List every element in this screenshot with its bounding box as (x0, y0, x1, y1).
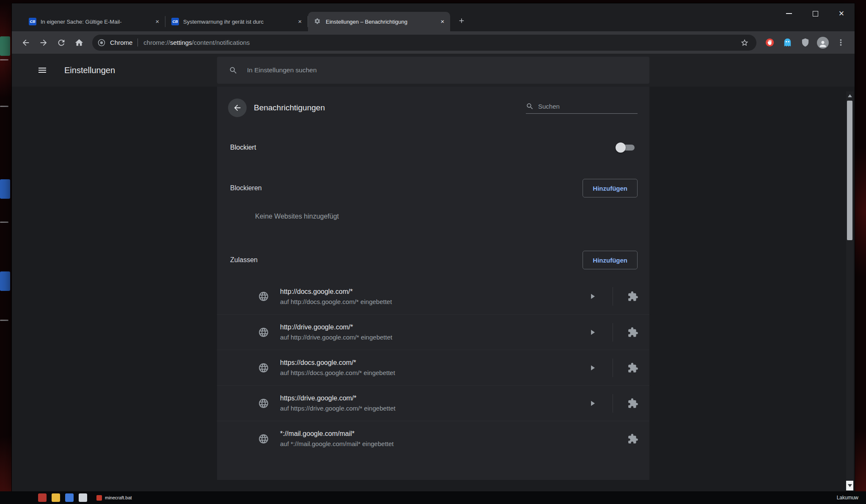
site-url: *://mail.google.com/mail* (280, 430, 393, 438)
allow-section-label: Zulassen (230, 256, 258, 264)
back-arrow-icon (21, 38, 30, 47)
desktop-background: CB In eigener Sache: Gültige E-Mail- × C… (0, 0, 866, 504)
tab-close-button[interactable]: × (153, 17, 162, 26)
browser-toolbar: Chrome chrome://settings/content/notific… (12, 31, 855, 54)
tab-systemwarnung[interactable]: CB Systemwarnung ihr gerät ist durc × (165, 12, 308, 31)
page-back-button[interactable] (228, 99, 247, 117)
address-bar[interactable]: Chrome chrome://settings/content/notific… (92, 35, 756, 51)
taskbar-folder-icon[interactable] (52, 493, 60, 502)
row-divider (613, 287, 613, 306)
globe-icon (258, 327, 269, 338)
site-row[interactable]: https://drive.google.com/* auf https://d… (217, 385, 649, 421)
empty-state-text: Keine Websites hinzugefügt (217, 207, 649, 226)
globe-icon (258, 433, 269, 444)
blocked-toggle[interactable] (616, 144, 636, 151)
tab-strip: CB In eigener Sache: Gültige E-Mail- × C… (12, 3, 855, 31)
adblocker-icon (765, 38, 775, 47)
cb-favicon: CB (29, 18, 36, 25)
omnibox-url: chrome://settings/content/notifications (143, 39, 250, 46)
taskbar-item-label: minecraft.bat (105, 495, 132, 500)
adblocker-extension-button[interactable] (761, 34, 778, 52)
site-row[interactable]: *://mail.google.com/mail* auf *://mail.g… (217, 421, 649, 456)
profile-avatar-button[interactable] (814, 34, 832, 52)
settings-content: Benachrichtigungen Blockiert Blockieren (12, 87, 855, 491)
ghostery-extension-button[interactable] (778, 34, 796, 52)
extension-puzzle-icon (627, 398, 638, 409)
reload-icon (57, 38, 66, 47)
taskbar-icon[interactable] (38, 493, 47, 502)
desktop-icon-fragment (0, 271, 10, 291)
settings-menu-button[interactable] (33, 61, 52, 79)
browser-menu-button[interactable] (832, 34, 850, 52)
taskbar-icon[interactable] (79, 493, 87, 502)
plus-icon (458, 17, 465, 25)
tabs-container: CB In eigener Sache: Gültige E-Mail- × C… (23, 12, 468, 31)
arrow-left-icon (233, 103, 242, 112)
expand-arrow-icon[interactable] (591, 365, 595, 370)
shield-icon (800, 38, 810, 47)
settings-title: Einstellungen (64, 66, 115, 75)
extension-puzzle-icon (627, 327, 638, 338)
shield-extension-button[interactable] (796, 34, 814, 52)
site-row[interactable]: http://docs.google.com/* auf http://docs… (217, 279, 649, 314)
scroll-up-button[interactable] (846, 91, 853, 100)
reload-button[interactable] (52, 34, 70, 52)
site-embedded-note: auf http://drive.google.com/* eingebette… (280, 334, 392, 341)
scroll-down-button[interactable] (846, 481, 853, 490)
expand-arrow-icon[interactable] (591, 401, 595, 406)
row-actions (591, 359, 638, 377)
desktop-icon-fragment (0, 59, 8, 60)
avatar (817, 37, 829, 49)
extension-puzzle-icon (627, 291, 638, 302)
omnibox-brand-label: Chrome (110, 39, 132, 46)
extension-puzzle-icon (627, 362, 638, 373)
site-search-input[interactable] (538, 103, 638, 110)
window-close-button[interactable]: × (828, 3, 855, 24)
site-text: https://docs.google.com/* auf https://do… (280, 359, 395, 376)
scrollbar[interactable] (846, 91, 853, 490)
tab-close-button[interactable]: × (296, 17, 304, 26)
bookmark-star-button[interactable] (738, 36, 751, 49)
site-text: *://mail.google.com/mail* auf *://mail.g… (280, 430, 393, 447)
forward-button[interactable] (35, 34, 52, 52)
taskbar-item[interactable]: minecraft.bat (96, 495, 132, 501)
tab-settings-notifications[interactable]: Einstellungen – Benachrichtigung × (308, 12, 450, 31)
globe-icon (258, 398, 269, 409)
site-search-field[interactable] (526, 102, 638, 114)
desktop-icon-fragment (0, 106, 8, 107)
row-actions (591, 323, 638, 342)
home-button[interactable] (70, 34, 88, 52)
add-allow-button[interactable]: Hinzufügen (583, 251, 638, 269)
scrollbar-thumb[interactable] (847, 101, 852, 240)
expand-arrow-icon[interactable] (591, 330, 595, 335)
block-section-label: Blockieren (230, 184, 262, 192)
tab-close-button[interactable]: × (438, 17, 447, 26)
site-text: https://drive.google.com/* auf https://d… (280, 394, 396, 412)
desktop-icon-fragment (0, 36, 10, 56)
tab-email-article[interactable]: CB In eigener Sache: Gültige E-Mail- × (23, 12, 165, 31)
back-button[interactable] (17, 34, 35, 52)
cb-favicon: CB (171, 18, 179, 25)
star-icon (740, 38, 749, 47)
site-url: http://drive.google.com/* (280, 323, 392, 331)
settings-search-field[interactable] (217, 57, 649, 84)
kebab-menu-icon (836, 38, 846, 47)
row-actions (627, 433, 638, 444)
desktop-icon-fragment (0, 222, 8, 223)
minimize-button[interactable] (776, 3, 802, 24)
allowed-sites-list: http://docs.google.com/* auf http://docs… (217, 279, 649, 456)
tab-title: Einstellungen – Benachrichtigung (326, 19, 436, 25)
maximize-button[interactable] (802, 3, 828, 24)
add-block-button[interactable]: Hinzufügen (583, 179, 638, 197)
taskbar-icon[interactable] (65, 493, 74, 502)
new-tab-button[interactable] (455, 15, 468, 27)
row-actions (591, 287, 638, 306)
taskbar-right-label[interactable]: Lakumuw (837, 495, 858, 501)
site-embedded-note: auf *://mail.google.com/mail* eingebette… (280, 440, 393, 447)
site-row[interactable]: http://drive.google.com/* auf http://dri… (217, 314, 649, 350)
toggle-knob (616, 142, 626, 153)
expand-arrow-icon[interactable] (591, 294, 595, 299)
search-icon (526, 102, 534, 110)
site-row[interactable]: https://docs.google.com/* auf https://do… (217, 350, 649, 385)
settings-search-input[interactable] (247, 66, 649, 74)
